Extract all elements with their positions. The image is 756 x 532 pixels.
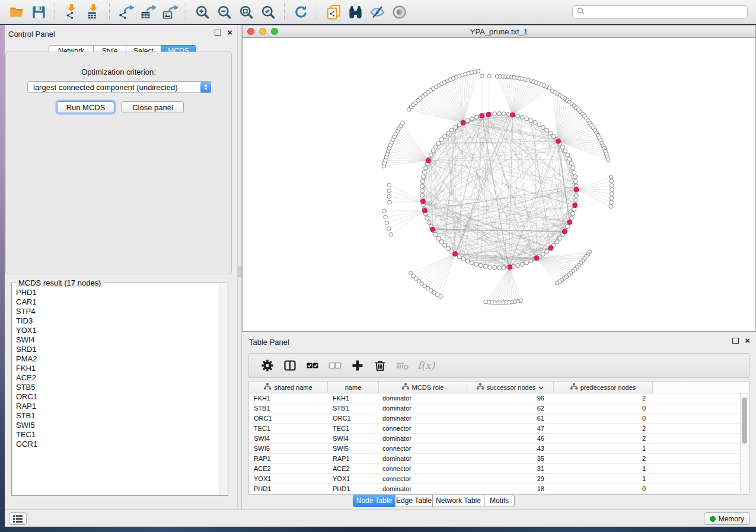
mcds-result-node[interactable]: RAP1	[16, 402, 219, 411]
mcds-result-node[interactable]: YOX1	[16, 326, 219, 335]
table-cell[interactable]: YOX1	[249, 474, 328, 483]
mcds-result-node[interactable]: GCR1	[16, 440, 219, 449]
column-header-MCDS-role[interactable]: MCDS role	[379, 382, 467, 393]
table-cell[interactable]: SWI5	[328, 444, 379, 453]
table-cell[interactable]: TEC1	[328, 424, 379, 433]
optimization-criterion-select[interactable]: largest connected component (undirected)	[27, 81, 212, 93]
zoom-selected-icon[interactable]	[260, 4, 277, 21]
search-network-icon[interactable]	[347, 4, 364, 21]
panel-splitter[interactable]	[237, 25, 242, 509]
close-panel-button[interactable]: Close panel	[122, 101, 184, 113]
function-builder-button[interactable]: f(x)	[417, 360, 435, 371]
table-cell[interactable]: 0	[554, 414, 653, 423]
table-cell[interactable]: 62	[467, 403, 554, 413]
table-cell[interactable]: FKH1	[249, 393, 328, 403]
deselect-all-checkboxes-icon[interactable]	[326, 357, 344, 374]
table-cell[interactable]: 1	[554, 444, 653, 453]
table-cell[interactable]: dominator	[379, 454, 467, 463]
open-folder-icon[interactable]	[8, 4, 25, 21]
table-cell[interactable]: 61	[467, 414, 554, 423]
table-cell[interactable]: dominator	[379, 484, 467, 493]
table-cell[interactable]: 46	[467, 434, 554, 443]
table-cell[interactable]: 2	[554, 424, 653, 433]
table-row[interactable]: SWI5SWI5connector431	[249, 444, 749, 454]
table-row[interactable]: ACE2ACE2connector311	[249, 464, 749, 474]
search-input[interactable]	[588, 7, 747, 17]
delete-table-icon[interactable]	[394, 357, 412, 374]
table-cell[interactable]: ACE2	[328, 464, 379, 473]
table-cell[interactable]: TEC1	[249, 424, 328, 433]
table-cell[interactable]: connector	[379, 444, 467, 453]
mcds-result-node[interactable]: FKH1	[16, 364, 219, 373]
mcds-result-node[interactable]: SWI4	[16, 335, 219, 345]
zoom-fit-icon[interactable]	[238, 4, 255, 21]
table-cell[interactable]: dominator	[379, 434, 467, 443]
table-cell[interactable]: PHD1	[328, 484, 379, 493]
tab-motifs[interactable]: Motifs	[484, 495, 515, 507]
refresh-icon[interactable]	[292, 4, 310, 21]
table-row[interactable]: SWI4SWI4dominator462	[249, 434, 749, 444]
table-row[interactable]: ORC1ORC1dominator610	[249, 414, 749, 424]
table-cell[interactable]: RAP1	[249, 454, 328, 463]
tab-edge-table[interactable]: Edge Table	[395, 495, 433, 507]
mcds-result-node[interactable]: SWI5	[16, 421, 219, 430]
hide-graphical-details-icon[interactable]	[369, 4, 386, 21]
mcds-result-node[interactable]: ORC1	[16, 392, 219, 402]
table-cell[interactable]: STB1	[328, 403, 379, 413]
run-mcds-button[interactable]: Run MCDS	[57, 101, 114, 113]
table-cell[interactable]: connector	[379, 464, 467, 473]
table-cell[interactable]: 1	[554, 474, 653, 483]
float-panel-icon[interactable]	[215, 30, 221, 36]
close-panel-icon[interactable]: ×	[745, 338, 750, 344]
network-canvas[interactable]	[242, 38, 756, 332]
mcds-result-node[interactable]: PHD1	[16, 288, 219, 297]
table-cell[interactable]: STB1	[249, 403, 328, 413]
table-row[interactable]: PHD1PHD1dominator180	[249, 484, 749, 494]
table-row[interactable]: RAP1RAP1dominator352	[249, 454, 749, 464]
zoom-out-icon[interactable]	[216, 4, 233, 21]
mcds-result-node[interactable]: CAR1	[16, 297, 219, 307]
table-cell[interactable]: dominator	[379, 393, 467, 403]
mcds-result-scrollbar[interactable]	[219, 283, 228, 495]
column-header-shared-name[interactable]: shared name	[249, 382, 328, 393]
memory-button[interactable]: Memory	[704, 512, 750, 525]
scrollbar-thumb[interactable]	[742, 398, 747, 444]
split-panel-icon[interactable]	[281, 357, 299, 374]
select-all-checkboxes-icon[interactable]	[304, 357, 321, 374]
add-column-icon[interactable]	[349, 357, 366, 374]
close-panel-icon[interactable]: ×	[227, 30, 232, 36]
mcds-result-node[interactable]: STB1	[16, 411, 219, 421]
table-cell[interactable]: 96	[467, 393, 554, 403]
export-table-icon[interactable]	[139, 4, 157, 21]
column-header-name[interactable]: name	[328, 382, 379, 393]
delete-column-icon[interactable]	[371, 357, 389, 374]
table-row[interactable]: STB1STB1dominator620	[249, 403, 749, 414]
mcds-result-node[interactable]: TEC1	[16, 430, 219, 440]
table-cell[interactable]: 29	[467, 474, 554, 483]
node-table-scrollbar[interactable]	[740, 393, 749, 494]
select-stepper-icon[interactable]	[200, 82, 211, 92]
mcds-result-node[interactable]: ACE2	[16, 373, 219, 383]
show-graphical-details-icon[interactable]	[391, 4, 408, 21]
tab-network-table[interactable]: Network Table	[432, 495, 484, 507]
table-cell[interactable]: ACE2	[249, 464, 328, 473]
table-cell[interactable]: 31	[467, 464, 554, 473]
table-cell[interactable]: SWI4	[249, 434, 328, 443]
import-network-icon[interactable]	[63, 4, 80, 21]
table-cell[interactable]: YOX1	[328, 474, 379, 483]
table-cell[interactable]: 35	[467, 454, 554, 463]
table-row[interactable]: TEC1TEC1connector472	[249, 424, 749, 434]
table-cell[interactable]: connector	[379, 424, 467, 433]
import-table-icon[interactable]	[85, 4, 102, 21]
table-cell[interactable]: 2	[554, 434, 653, 443]
table-cell[interactable]: 2	[554, 393, 653, 403]
table-cell[interactable]: dominator	[379, 414, 467, 423]
save-session-icon[interactable]	[30, 4, 47, 21]
table-cell[interactable]: 1	[554, 464, 653, 473]
table-cell[interactable]: 2	[554, 454, 653, 463]
table-cell[interactable]: SWI5	[249, 444, 328, 453]
network-window-titlebar[interactable]: YPA_prune.txt_1	[242, 25, 756, 38]
splitter-grip[interactable]	[238, 267, 242, 277]
float-panel-icon[interactable]	[732, 338, 739, 344]
table-cell[interactable]: 43	[467, 444, 554, 453]
